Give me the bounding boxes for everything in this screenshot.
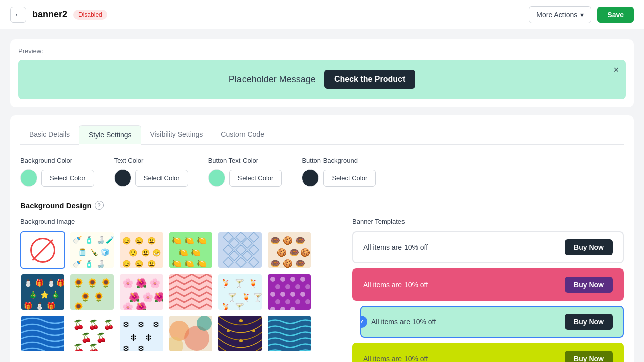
svg-text:🍒: 🍒 bbox=[80, 332, 92, 343]
tab-basic-details[interactable]: Basic Details bbox=[20, 125, 79, 145]
svg-text:🍩: 🍩 bbox=[295, 236, 305, 245]
button-bg-color-selector: Select Color bbox=[302, 169, 376, 187]
page-title: banner2 bbox=[32, 9, 67, 20]
image-chevron[interactable] bbox=[168, 273, 213, 311]
help-icon[interactable]: ? bbox=[95, 201, 104, 210]
template-mint-button[interactable]: Buy Now bbox=[565, 314, 613, 330]
button-text-color-swatch bbox=[208, 169, 225, 187]
svg-point-82 bbox=[300, 277, 305, 282]
status-badge: Disabled bbox=[73, 10, 107, 20]
template-mint[interactable]: ✓ All items are 10% off Buy Now bbox=[360, 306, 624, 338]
button-text-color-button[interactable]: Select Color bbox=[229, 170, 282, 187]
background-color-label: Background Color bbox=[20, 157, 94, 164]
settings-panel: Basic Details Style Settings Visibility … bbox=[10, 115, 634, 362]
svg-text:🍾: 🍾 bbox=[90, 248, 99, 257]
text-color-button[interactable]: Select Color bbox=[135, 170, 188, 187]
svg-text:🍶: 🍶 bbox=[96, 260, 105, 268]
svg-text:🍼: 🍼 bbox=[73, 260, 82, 268]
svg-text:🌻: 🌻 bbox=[79, 292, 91, 303]
svg-text:🌺: 🌺 bbox=[136, 278, 147, 289]
tab-custom-code[interactable]: Custom Code bbox=[212, 125, 273, 145]
button-text-color-selector: Select Color bbox=[208, 169, 282, 187]
background-color-swatch bbox=[20, 169, 37, 187]
banner-cta-button[interactable]: Check the Product bbox=[324, 70, 415, 89]
svg-text:😀: 😀 bbox=[147, 237, 156, 245]
image-limes[interactable]: 🍋🍋🍋 🍋🍋 🍋🍋🍋 bbox=[168, 231, 213, 269]
background-image-label: Background Image bbox=[20, 218, 332, 225]
svg-point-118 bbox=[197, 316, 212, 331]
template-yellow[interactable]: All items are 10% off Buy Now bbox=[352, 343, 624, 362]
svg-text:🍋: 🍋 bbox=[197, 236, 207, 245]
svg-text:🍪: 🍪 bbox=[277, 248, 287, 257]
cherries-pattern: 🍒🍒🍒 🍒🍒 🍒🍒 bbox=[70, 316, 115, 352]
svg-point-90 bbox=[300, 292, 305, 297]
svg-text:⭐: ⭐ bbox=[40, 291, 49, 299]
background-color-button[interactable]: Select Color bbox=[41, 170, 94, 187]
svg-text:🙂: 🙂 bbox=[129, 249, 138, 257]
banner-close-button[interactable]: × bbox=[613, 65, 619, 75]
svg-text:😁: 😁 bbox=[152, 249, 162, 257]
image-blue-waves[interactable] bbox=[20, 315, 65, 352]
image-none[interactable] bbox=[20, 231, 65, 269]
background-image-grid: 🍼🧴🍶🧪 🫙🍾🧊 🍼🧴🍶 😊😄😀 🙂😃😁 bbox=[20, 231, 332, 352]
template-white-button[interactable]: Buy Now bbox=[565, 239, 613, 255]
svg-text:🍒: 🍒 bbox=[73, 343, 85, 352]
image-pastel[interactable]: 🌸🌺🌸 🌺🌸🌺 🌸🌺 bbox=[119, 273, 164, 311]
diamonds-pattern bbox=[218, 232, 263, 269]
image-sunflower[interactable]: 🌻🌻🌻 🌻🌻 🌻 bbox=[69, 273, 115, 311]
template-white[interactable]: All items are 10% off Buy Now bbox=[352, 231, 624, 263]
background-design-title: Background Design ? bbox=[20, 201, 624, 210]
template-pink[interactable]: All items are 10% off Buy Now bbox=[352, 268, 624, 301]
svg-text:🍩: 🍩 bbox=[270, 236, 280, 245]
svg-point-84 bbox=[285, 284, 290, 289]
save-button[interactable]: Save bbox=[597, 7, 634, 23]
tab-visibility-settings[interactable]: Visibility Settings bbox=[141, 125, 212, 145]
color-settings-row: Background Color Select Color Text Color… bbox=[20, 157, 624, 187]
image-cocktails[interactable]: 🍹🍸🍹 🍸🍹🍸 🍹🍸 bbox=[217, 273, 263, 311]
image-donuts[interactable]: 🍩🍪🍩 🍪🍩🍪 🍩🍪🍩 bbox=[267, 231, 312, 269]
svg-text:🍩: 🍩 bbox=[295, 259, 305, 268]
preview-section: Preview: Placeholder Message Check the P… bbox=[10, 39, 634, 107]
svg-point-89 bbox=[290, 292, 295, 297]
template-mint-text: All items are 10% off bbox=[371, 318, 436, 326]
svg-rect-30 bbox=[218, 232, 263, 269]
image-purple-dots[interactable] bbox=[267, 273, 312, 311]
svg-text:🌻: 🌻 bbox=[100, 278, 112, 289]
svg-text:🧊: 🧊 bbox=[101, 248, 110, 257]
image-faces[interactable]: 😊😄😀 🙂😃😁 😊😄😀 bbox=[119, 231, 164, 269]
tab-style-settings[interactable]: Style Settings bbox=[79, 125, 141, 145]
preview-label: Preview: bbox=[18, 47, 626, 55]
more-actions-label: More Actions bbox=[536, 11, 577, 19]
image-art-deco[interactable] bbox=[217, 315, 263, 352]
image-snowflakes[interactable]: ❄❄❄ ❄❄ ❄❄ bbox=[119, 315, 164, 352]
svg-text:🌸: 🌸 bbox=[142, 292, 154, 303]
image-diamonds[interactable] bbox=[217, 231, 263, 269]
image-abstract[interactable] bbox=[168, 315, 213, 352]
button-bg-color-button[interactable]: Select Color bbox=[323, 170, 376, 187]
more-actions-button[interactable]: More Actions ▾ bbox=[529, 6, 591, 23]
svg-point-83 bbox=[275, 284, 280, 289]
template-pink-text: All items are 10% off bbox=[363, 281, 428, 289]
template-yellow-text: All items are 10% off bbox=[363, 355, 428, 362]
svg-text:❄: ❄ bbox=[122, 320, 130, 330]
svg-text:🌸: 🌸 bbox=[122, 302, 134, 311]
svg-point-85 bbox=[295, 284, 300, 289]
svg-text:🍸: 🍸 bbox=[227, 293, 237, 302]
svg-text:🎁: 🎁 bbox=[47, 302, 56, 310]
image-bottles[interactable]: 🍼🧴🍶🧪 🫙🍾🧊 🍼🧴🍶 bbox=[69, 231, 115, 269]
template-pink-button[interactable]: Buy Now bbox=[565, 277, 613, 293]
image-ocean-waves[interactable] bbox=[267, 315, 312, 352]
snowflakes-pattern: ❄❄❄ ❄❄ ❄❄ bbox=[120, 316, 164, 352]
image-xmas[interactable]: ⛄🎁⛄🎁 🎄⭐🎄 🎁⛄🎁 bbox=[20, 273, 65, 311]
image-cherries[interactable]: 🍒🍒🍒 🍒🍒 🍒🍒 bbox=[69, 315, 115, 352]
template-yellow-button[interactable]: Buy Now bbox=[565, 351, 613, 362]
back-button[interactable]: ← bbox=[10, 7, 26, 23]
art-deco-pattern bbox=[218, 316, 263, 352]
svg-text:❄: ❄ bbox=[122, 344, 130, 352]
svg-point-93 bbox=[295, 299, 300, 304]
svg-text:🍸: 🍸 bbox=[234, 279, 245, 288]
svg-text:😄: 😄 bbox=[135, 237, 144, 245]
svg-text:🍋: 🍋 bbox=[172, 259, 182, 268]
svg-text:🍋: 🍋 bbox=[178, 248, 188, 257]
banner-templates-section: Banner Templates All items are 10% off B… bbox=[352, 218, 624, 362]
